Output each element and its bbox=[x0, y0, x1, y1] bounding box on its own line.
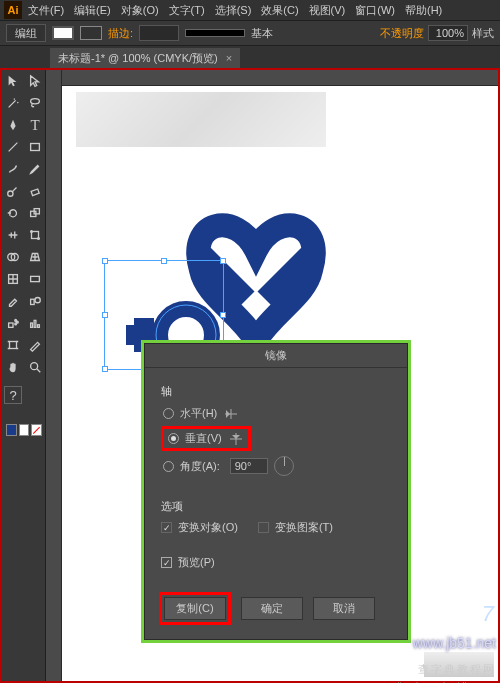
resize-handle[interactable] bbox=[102, 366, 108, 372]
fill-swatch[interactable] bbox=[52, 26, 74, 40]
direct-select-tool[interactable] bbox=[24, 70, 46, 92]
cancel-button[interactable]: 取消 bbox=[313, 597, 375, 620]
svg-rect-2 bbox=[31, 144, 40, 151]
gradient-tool[interactable] bbox=[24, 268, 46, 290]
transform-objects-row: 变换对象(O) 变换图案(T) bbox=[161, 518, 391, 537]
resize-handle[interactable] bbox=[102, 312, 108, 318]
width-tool[interactable] bbox=[2, 224, 24, 246]
horizontal-radio-row[interactable]: 水平(H) bbox=[161, 403, 391, 424]
menu-type[interactable]: 文字(T) bbox=[169, 3, 205, 18]
stroke-preview[interactable] bbox=[185, 29, 245, 37]
dialog-title: 镜像 bbox=[145, 344, 407, 368]
zoom-tool[interactable] bbox=[24, 356, 46, 378]
canvas[interactable]: 镜像 轴 水平(H) 垂直(V) bbox=[46, 70, 498, 681]
menu-view[interactable]: 视图(V) bbox=[309, 3, 346, 18]
slice-tool[interactable] bbox=[24, 334, 46, 356]
eraser-tool[interactable] bbox=[24, 180, 46, 202]
basic-label[interactable]: 基本 bbox=[251, 26, 273, 41]
app-logo: Ai bbox=[4, 1, 22, 19]
svg-rect-22 bbox=[38, 325, 40, 328]
selection-tool[interactable] bbox=[2, 70, 24, 92]
blend-tool[interactable] bbox=[24, 290, 46, 312]
preview-label: 预览(P) bbox=[178, 555, 215, 570]
group-label[interactable]: 编组 bbox=[6, 24, 46, 42]
help-tool[interactable]: ? bbox=[4, 386, 22, 404]
angle-radio-row[interactable]: 角度(A): 90° bbox=[161, 453, 391, 479]
workspace: T ? bbox=[0, 68, 500, 683]
flip-horizontal-icon bbox=[223, 407, 239, 421]
symbol-spray-tool[interactable] bbox=[2, 312, 24, 334]
menu-object[interactable]: 对象(O) bbox=[121, 3, 159, 18]
stroke-weight-field[interactable] bbox=[139, 25, 179, 41]
artboard-tool[interactable] bbox=[2, 334, 24, 356]
checkbox-icon[interactable] bbox=[161, 557, 172, 568]
reflect-dialog: 镜像 轴 水平(H) 垂直(V) bbox=[144, 343, 408, 640]
resize-handle[interactable] bbox=[220, 258, 226, 264]
perspective-tool[interactable] bbox=[24, 246, 46, 268]
preview-row[interactable]: 预览(P) bbox=[161, 553, 391, 572]
menu-edit[interactable]: 编辑(E) bbox=[74, 3, 111, 18]
svg-rect-20 bbox=[31, 323, 33, 327]
watermark-url: www.jb51.net bbox=[413, 635, 496, 651]
svg-point-19 bbox=[15, 323, 17, 325]
radio-icon[interactable] bbox=[163, 461, 174, 472]
hand-tool[interactable] bbox=[2, 356, 24, 378]
style-label[interactable]: 样式 bbox=[472, 26, 494, 41]
svg-rect-21 bbox=[34, 320, 36, 327]
menu-select[interactable]: 选择(S) bbox=[215, 3, 252, 18]
horizontal-ruler bbox=[62, 70, 498, 86]
brush-tool[interactable] bbox=[2, 158, 24, 180]
angle-input[interactable]: 90° bbox=[230, 458, 268, 474]
reflect-dialog-highlight: 镜像 轴 水平(H) 垂直(V) bbox=[141, 340, 411, 643]
ok-button[interactable]: 确定 bbox=[241, 597, 303, 620]
eyedropper-tool[interactable] bbox=[2, 290, 24, 312]
axis-section-label: 轴 bbox=[161, 384, 391, 399]
radio-icon[interactable] bbox=[168, 433, 179, 444]
radio-icon[interactable] bbox=[163, 408, 174, 419]
scale-tool[interactable] bbox=[24, 202, 46, 224]
shape-builder-tool[interactable] bbox=[2, 246, 24, 268]
resize-handle[interactable] bbox=[102, 258, 108, 264]
line-tool[interactable] bbox=[2, 136, 24, 158]
toolbox: T ? bbox=[2, 70, 46, 681]
free-transform-tool[interactable] bbox=[24, 224, 46, 246]
menu-help[interactable]: 帮助(H) bbox=[405, 3, 442, 18]
svg-rect-13 bbox=[31, 276, 40, 281]
vertical-radio-row[interactable]: 垂直(V) bbox=[166, 431, 246, 446]
options-bar: 编组 描边: 基本 不透明度 100% 样式 bbox=[0, 20, 500, 46]
resize-handle[interactable] bbox=[220, 312, 226, 318]
document-tab-label: 未标题-1* @ 100% (CMYK/预览) bbox=[58, 51, 218, 66]
page-number-overlay: 7 bbox=[482, 601, 494, 627]
blob-brush-tool[interactable] bbox=[2, 180, 24, 202]
stroke-color-swatch[interactable] bbox=[19, 424, 30, 436]
stroke-swatch[interactable] bbox=[80, 26, 102, 40]
pen-tool[interactable] bbox=[2, 114, 24, 136]
svg-rect-16 bbox=[9, 323, 13, 327]
mesh-tool[interactable] bbox=[2, 268, 24, 290]
svg-line-25 bbox=[37, 369, 41, 373]
svg-rect-23 bbox=[10, 342, 17, 349]
menu-effect[interactable]: 效果(C) bbox=[261, 3, 298, 18]
dialog-button-row: 复制(C) 确定 取消 bbox=[145, 582, 407, 639]
menu-file[interactable]: 文件(F) bbox=[28, 3, 64, 18]
type-tool[interactable]: T bbox=[24, 114, 46, 136]
menu-window[interactable]: 窗口(W) bbox=[355, 3, 395, 18]
color-swatches bbox=[2, 420, 46, 440]
rotate-tool[interactable] bbox=[2, 202, 24, 224]
svg-point-18 bbox=[17, 321, 19, 323]
magic-wand-tool[interactable] bbox=[2, 92, 24, 114]
angle-dial-icon[interactable] bbox=[274, 456, 294, 476]
close-tab-icon[interactable]: × bbox=[226, 52, 232, 64]
rectangle-tool[interactable] bbox=[24, 136, 46, 158]
column-graph-tool[interactable] bbox=[24, 312, 46, 334]
fill-color-swatch[interactable] bbox=[6, 424, 17, 436]
none-swatch[interactable] bbox=[31, 424, 42, 436]
pencil-tool[interactable] bbox=[24, 158, 46, 180]
svg-rect-4 bbox=[31, 189, 39, 196]
horizontal-radio-label: 水平(H) bbox=[180, 406, 217, 421]
resize-handle[interactable] bbox=[161, 258, 167, 264]
copy-button[interactable]: 复制(C) bbox=[164, 597, 226, 620]
document-tab[interactable]: 未标题-1* @ 100% (CMYK/预览) × bbox=[50, 48, 240, 68]
lasso-tool[interactable] bbox=[24, 92, 46, 114]
opacity-field[interactable]: 100% bbox=[428, 25, 468, 41]
